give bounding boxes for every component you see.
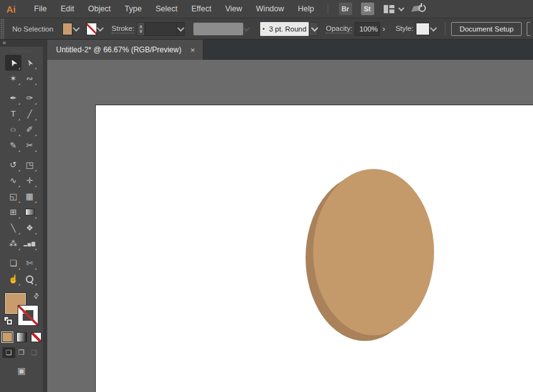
style-swatch[interactable] <box>416 23 430 35</box>
menu-help[interactable]: Help <box>291 0 321 18</box>
curvature-icon: ✑ <box>26 94 33 102</box>
line-segment-tool[interactable]: ╱ <box>21 106 38 122</box>
zoom-tool[interactable] <box>21 271 38 287</box>
mesh-tool[interactable]: ⊞ <box>5 204 21 220</box>
stroke-weight-field[interactable] <box>145 22 177 36</box>
width-icon: ∿ <box>10 176 17 185</box>
scale-tool[interactable]: ◳ <box>21 157 38 173</box>
scissors-tool[interactable]: ✂ <box>21 137 38 153</box>
gradient-button[interactable] <box>16 332 27 342</box>
bridge-button[interactable]: Br <box>339 3 352 15</box>
pencil-tool[interactable]: ✎ <box>5 137 21 153</box>
stock-button[interactable]: St <box>361 3 374 15</box>
tools-panel: « ➤➢✶∾✒✑T╱○✐✎✂↺◳∿✛◱▦⊞╲❖⁂▂▅▇❏✄☝ ⇄ ❏ <box>0 40 47 392</box>
workspace-icon[interactable] <box>384 5 394 13</box>
fill-stroke-indicator: ⇄ <box>3 292 40 327</box>
menu-type[interactable]: Type <box>118 0 149 18</box>
stroke-dropdown-chevron-icon[interactable] <box>97 23 104 35</box>
style-chevron-icon[interactable] <box>430 23 437 35</box>
draw-normal-button[interactable]: ❏ <box>3 347 15 358</box>
hand-tool[interactable]: ☝ <box>5 271 21 287</box>
magic-wand-tool[interactable]: ✶ <box>5 71 21 86</box>
paintbrush-tool[interactable]: ✐ <box>21 122 38 137</box>
scale-icon: ◳ <box>26 161 33 169</box>
curvature-tool[interactable]: ✑ <box>21 90 38 106</box>
menu-file[interactable]: File <box>27 0 54 18</box>
control-bar-grip[interactable] <box>0 18 4 39</box>
style-label: Style: <box>396 25 414 33</box>
gradient-tool[interactable] <box>21 204 38 220</box>
stroke-weight-chevron-icon[interactable] <box>177 22 185 36</box>
pencil-icon: ✎ <box>10 141 17 149</box>
color-button[interactable] <box>2 332 13 342</box>
menu-view[interactable]: View <box>218 0 249 18</box>
document-setup-button[interactable]: Document Setup <box>451 22 522 36</box>
document-tab-bar: Untitled-2* @ 66.67% (RGB/Preview) × <box>47 40 533 60</box>
main-ellipse[interactable] <box>313 169 434 335</box>
selection-tool[interactable]: ➤ <box>5 55 21 71</box>
fill-dropdown-chevron-icon[interactable] <box>72 23 79 35</box>
lasso-tool[interactable]: ∾ <box>21 71 38 86</box>
artboard[interactable] <box>95 105 533 392</box>
preferences-button-clipped[interactable] <box>527 22 530 36</box>
canvas[interactable] <box>47 60 533 392</box>
default-fill-stroke-icon[interactable] <box>4 316 12 325</box>
paint-style-row <box>2 332 42 342</box>
menu-effect[interactable]: Effect <box>185 0 219 18</box>
type-tool[interactable]: T <box>5 106 21 122</box>
symbol-sprayer-tool[interactable]: ⁂ <box>5 236 21 251</box>
free-transform-tool[interactable]: ✛ <box>21 173 38 188</box>
fill-color-swatch[interactable] <box>62 23 73 35</box>
zoom-icon <box>25 275 34 284</box>
width-profile-dropdown[interactable] <box>193 23 243 35</box>
symbol-sprayer-icon: ⁂ <box>9 239 18 248</box>
pen-tool[interactable]: ✒ <box>5 90 21 106</box>
artboard-tool[interactable]: ❏ <box>5 255 21 271</box>
column-graph-tool[interactable]: ▂▅▇ <box>21 236 38 251</box>
shape-builder-icon: ◱ <box>9 192 17 200</box>
opacity-field[interactable]: 100% <box>355 22 379 36</box>
shape-builder-tool[interactable]: ◱ <box>5 188 21 204</box>
tools-panel-grip[interactable] <box>11 49 32 53</box>
none-button[interactable] <box>31 332 42 342</box>
slice-tool[interactable]: ✄ <box>21 255 38 271</box>
width-tool[interactable]: ∿ <box>5 173 21 188</box>
sync-power-icon[interactable] <box>413 3 427 14</box>
draw-behind-button[interactable]: ❐ <box>15 347 28 358</box>
mesh-icon: ⊞ <box>10 208 17 216</box>
stepper-down-icon[interactable]: ∨ <box>139 29 143 33</box>
menu-edit[interactable]: Edit <box>54 0 81 18</box>
column-graph-icon: ▂▅▇ <box>23 241 35 246</box>
free-transform-icon: ✛ <box>26 176 33 185</box>
collapse-panel-button[interactable]: « <box>0 40 47 47</box>
eyedropper-tool[interactable]: ╲ <box>5 220 21 236</box>
menu-window[interactable]: Window <box>249 0 290 18</box>
ellipse-tool[interactable]: ○ <box>5 122 21 137</box>
direct-selection-tool[interactable]: ➢ <box>21 55 38 71</box>
change-screen-mode-button[interactable]: ▣ <box>17 366 25 376</box>
close-tab-icon[interactable]: × <box>190 46 195 54</box>
stroke-color-swatch[interactable] <box>86 23 97 35</box>
opacity-expander-icon[interactable]: › <box>380 22 388 36</box>
brush-preview-icon: • <box>263 26 265 32</box>
brush-chevron-icon[interactable] <box>309 22 318 36</box>
ellipse-icon: ○ <box>10 125 17 134</box>
artwork <box>96 105 533 392</box>
menu-object[interactable]: Object <box>81 0 118 18</box>
document-tab[interactable]: Untitled-2* @ 66.67% (RGB/Preview) × <box>47 40 203 60</box>
swap-fill-stroke-icon[interactable]: ⇄ <box>32 291 42 301</box>
width-profile-chevron-icon <box>243 23 250 35</box>
stroke-weight-label[interactable]: Stroke: <box>112 25 134 33</box>
rotate-tool[interactable]: ↺ <box>5 157 21 173</box>
line-segment-icon: ╱ <box>27 110 32 118</box>
perspective-grid-tool[interactable]: ▦ <box>21 188 38 204</box>
opacity-label[interactable]: Opacity: <box>326 25 352 33</box>
stroke-indicator[interactable] <box>18 306 38 325</box>
brush-definition-dropdown[interactable]: • 3 pt. Round <box>260 22 309 36</box>
blend-tool[interactable]: ❖ <box>21 220 38 236</box>
hand-icon: ☝ <box>8 275 18 283</box>
stroke-weight-stepper[interactable]: ∧ ∨ <box>137 22 145 36</box>
scissors-icon: ✂ <box>26 141 33 149</box>
chevron-down-icon[interactable] <box>398 5 404 11</box>
menu-select[interactable]: Select <box>149 0 185 18</box>
